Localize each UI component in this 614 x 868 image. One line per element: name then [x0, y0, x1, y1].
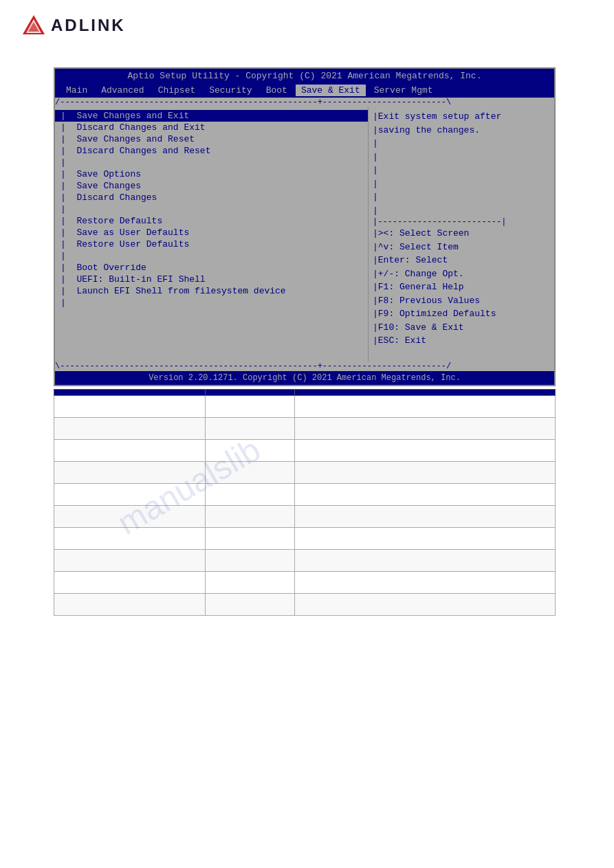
- menu-item-save-changes-reset[interactable]: | Save Changes and Reset: [55, 133, 368, 145]
- menu-item-discard-changes-reset[interactable]: | Discard Changes and Reset: [55, 145, 368, 157]
- table-cell: [54, 396, 206, 418]
- bios-title: Aptio Setup Utility - Copyright (C) 2021…: [55, 69, 554, 83]
- bios-screen-container: Aptio Setup Utility - Copyright (C) 2021…: [54, 67, 556, 616]
- table-cell: [54, 550, 206, 572]
- table-row: [54, 418, 556, 440]
- table-row: [54, 440, 556, 462]
- table-cell: [54, 484, 206, 506]
- bios-border-top: /---------------------------------------…: [55, 98, 554, 107]
- table-header-row: [54, 390, 556, 396]
- table-cell: [54, 572, 206, 594]
- menu-item-boot-override[interactable]: | Boot Override: [55, 262, 368, 274]
- bios-screen: Aptio Setup Utility - Copyright (C) 2021…: [54, 67, 556, 386]
- table-cell: [206, 440, 295, 462]
- table-cell: [206, 484, 295, 506]
- table-cell: [295, 506, 556, 528]
- shortcut-select-screen: |><: Select Screen: [373, 227, 550, 241]
- shortcut-f10: |F10: Save & Exit: [373, 321, 550, 335]
- table-cell: [295, 396, 556, 418]
- shortcut-f9: |F9: Optimized Defaults: [373, 307, 550, 321]
- table-cell: [206, 418, 295, 440]
- table-row: [54, 484, 556, 506]
- table-header-col3: [295, 390, 556, 396]
- menu-item-discard-changes[interactable]: | Discard Changes: [55, 192, 368, 203]
- table-cell: [54, 418, 206, 440]
- menu-item-restore-user-defaults[interactable]: | Restore User Defaults: [55, 238, 368, 250]
- tab-main[interactable]: Main: [61, 85, 93, 96]
- bios-help-panel: |Exit system setup after |saving the cha…: [369, 107, 554, 361]
- menu-empty-2: |: [55, 203, 368, 215]
- menu-item-save-options[interactable]: | Save Options: [55, 168, 368, 180]
- help-divider: |-------------------------|: [373, 217, 550, 227]
- table-cell: [295, 572, 556, 594]
- table-row: [54, 506, 556, 528]
- table-row: [54, 528, 556, 550]
- table-cell: [295, 528, 556, 550]
- menu-item-restore-defaults[interactable]: | Restore Defaults: [55, 215, 368, 227]
- menu-empty-1: |: [55, 157, 368, 168]
- tab-chipset[interactable]: Chipset: [153, 85, 201, 96]
- tab-advanced[interactable]: Advanced: [96, 85, 149, 96]
- table-cell: [54, 528, 206, 550]
- adlink-logo-icon: [21, 12, 47, 38]
- table-cell: [54, 440, 206, 462]
- table-header-col2: [206, 390, 295, 396]
- bios-tab-bar: Main Advanced Chipset Security Boot Save…: [55, 83, 554, 98]
- table-cell: [206, 550, 295, 572]
- table-cell: [295, 440, 556, 462]
- data-table: [54, 389, 556, 616]
- table-cell: [206, 396, 295, 418]
- menu-item-save-user-defaults[interactable]: | Save as User Defaults: [55, 227, 368, 238]
- tab-server-mgmt[interactable]: Server Mgmt: [369, 85, 439, 96]
- shortcut-f8: |F8: Previous Values: [373, 294, 550, 308]
- table-cell: [206, 528, 295, 550]
- menu-item-save-changes[interactable]: | Save Changes: [55, 180, 368, 192]
- help-line-5: |: [373, 164, 550, 177]
- help-line-1: |Exit system setup after: [373, 110, 550, 124]
- tab-boot[interactable]: Boot: [261, 85, 293, 96]
- bios-menu-left: | Save Changes and Exit | Discard Change…: [55, 107, 369, 361]
- help-line-2: |saving the changes.: [373, 124, 550, 137]
- table-cell: [54, 462, 206, 484]
- shortcut-f1: |F1: General Help: [373, 280, 550, 294]
- table-cell: [206, 506, 295, 528]
- table-cell: [295, 462, 556, 484]
- table-row: [54, 396, 556, 418]
- help-line-4: |: [373, 151, 550, 164]
- table-cell: [295, 418, 556, 440]
- shortcut-change-opt: |+/-: Change Opt.: [373, 267, 550, 281]
- table-cell: [206, 572, 295, 594]
- shortcut-select-item: |^v: Select Item: [373, 241, 550, 254]
- help-line-3: |: [373, 137, 550, 151]
- help-line-6: |: [373, 177, 550, 191]
- table-cell: [54, 594, 206, 616]
- bios-version: Version 2.20.1271. Copyright (C) 2021 Am…: [55, 371, 554, 385]
- table-row: [54, 572, 556, 594]
- data-table-area: [54, 389, 556, 616]
- tab-security[interactable]: Security: [204, 85, 257, 96]
- bios-border-bottom: \---------------------------------------…: [55, 361, 554, 371]
- bios-content-area: | Save Changes and Exit | Discard Change…: [55, 107, 554, 361]
- table-row: [54, 462, 556, 484]
- table-cell: [295, 594, 556, 616]
- shortcut-enter: |Enter: Select: [373, 254, 550, 267]
- help-line-8: |: [373, 204, 550, 218]
- help-line-7: |: [373, 190, 550, 204]
- menu-empty-4: |: [55, 297, 368, 309]
- menu-item-save-changes-exit[interactable]: | Save Changes and Exit: [55, 110, 368, 122]
- brand-name: ADLINK: [51, 16, 126, 35]
- menu-item-discard-changes-exit[interactable]: | Discard Changes and Exit: [55, 122, 368, 133]
- tab-save-exit[interactable]: Save & Exit: [296, 85, 366, 96]
- table-cell: [206, 594, 295, 616]
- table-cell: [295, 484, 556, 506]
- menu-empty-3: |: [55, 250, 368, 262]
- menu-item-launch-efi[interactable]: | Launch EFI Shell from filesystem devic…: [55, 285, 368, 297]
- menu-item-uefi-shell[interactable]: | UEFI: Built-in EFI Shell: [55, 274, 368, 285]
- shortcut-esc: |ESC: Exit: [373, 334, 550, 348]
- table-header-col1: [54, 390, 206, 396]
- table-cell: [295, 550, 556, 572]
- table-cell: [206, 462, 295, 484]
- logo-area: ADLINK: [0, 0, 614, 47]
- table-row: [54, 550, 556, 572]
- table-cell: [54, 506, 206, 528]
